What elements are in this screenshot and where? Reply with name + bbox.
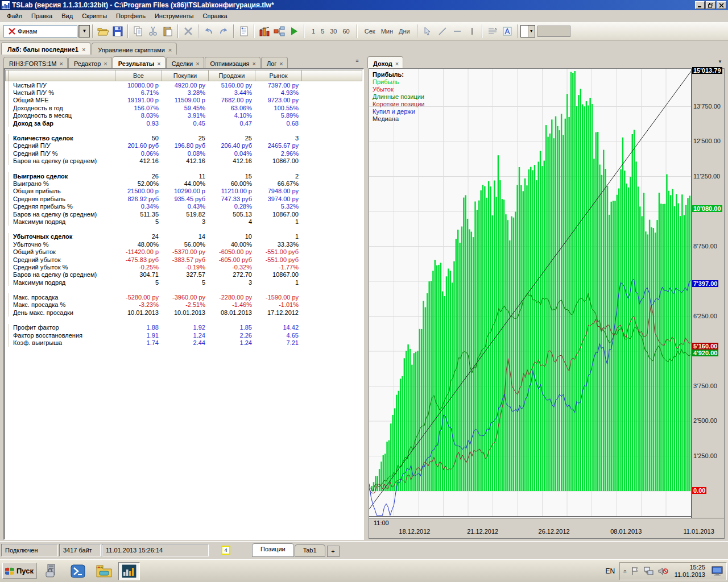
sub-tab-0[interactable]: RIH3:FORTS:1M× bbox=[3, 57, 68, 68]
menu-item-6[interactable]: Справка bbox=[198, 11, 232, 20]
style-dropdown[interactable]: ▼ bbox=[520, 25, 535, 38]
column-header-0[interactable]: Все bbox=[115, 70, 162, 81]
delete-button[interactable] bbox=[181, 24, 196, 39]
value-input[interactable] bbox=[537, 26, 570, 37]
horizontal-line-tool-button[interactable] bbox=[450, 24, 465, 39]
language-indicator[interactable]: EN bbox=[601, 567, 620, 575]
text-tool-button[interactable] bbox=[485, 24, 500, 39]
sub-tab-1[interactable]: Редактор× bbox=[68, 57, 112, 68]
broker-dropdown[interactable]: ▼ bbox=[78, 25, 90, 38]
column-header-3[interactable]: Рынок bbox=[255, 70, 302, 81]
income-chart[interactable]: 13'750.0012'500.0011'250.008'750.006'250… bbox=[369, 68, 725, 539]
timeframe-1[interactable]: 1 bbox=[309, 26, 317, 36]
menu-item-2[interactable]: Вид bbox=[57, 11, 77, 20]
menu-item-0[interactable]: Файл bbox=[2, 11, 27, 20]
column-header-1[interactable]: Покупки bbox=[162, 70, 209, 81]
script-properties-button[interactable] bbox=[237, 24, 251, 39]
bottom-tab-1[interactable]: Tab1 bbox=[295, 544, 325, 557]
sub-tab-2[interactable]: Результаты× bbox=[113, 56, 166, 68]
notification-badge[interactable]: 4 bbox=[221, 546, 230, 555]
menu-item-5[interactable]: Инструменты bbox=[150, 11, 198, 20]
powershell-icon[interactable] bbox=[67, 562, 89, 580]
close-icon[interactable]: × bbox=[104, 60, 107, 67]
timeframe-5[interactable]: 5 bbox=[318, 26, 326, 36]
row-value: 10290.00 р bbox=[162, 188, 209, 194]
menu-item-1[interactable]: Правка bbox=[27, 11, 57, 20]
sub-tab-4[interactable]: Оптимизация× bbox=[205, 57, 260, 68]
add-tab-button[interactable]: + bbox=[327, 546, 340, 557]
close-icon[interactable]: × bbox=[168, 47, 172, 53]
minimize-button[interactable] bbox=[695, 1, 705, 9]
tray-expand-icon[interactable]: » bbox=[622, 569, 628, 573]
tray-clock[interactable]: 15:25 11.01.2013 bbox=[672, 564, 708, 579]
flag-icon[interactable] bbox=[631, 567, 640, 576]
system-tools-icon[interactable] bbox=[41, 562, 63, 580]
close-icon[interactable]: × bbox=[395, 60, 399, 67]
main-tab-0[interactable]: Лаб: балы последние1× bbox=[1, 42, 90, 55]
close-icon[interactable]: × bbox=[82, 46, 85, 53]
show-desktop-icon[interactable] bbox=[712, 566, 723, 576]
redo-button[interactable] bbox=[216, 24, 231, 39]
paste-button[interactable] bbox=[160, 24, 175, 39]
data-flow-button[interactable] bbox=[272, 24, 287, 39]
tslab-taskbar-icon[interactable] bbox=[118, 562, 140, 580]
row-label: Средний П/У % bbox=[9, 150, 115, 157]
restore-button[interactable] bbox=[706, 1, 715, 9]
tab-income[interactable]: Доход × bbox=[367, 56, 403, 68]
folder-icon[interactable] bbox=[93, 562, 115, 580]
sub-tab-5[interactable]: Лог× bbox=[261, 57, 288, 68]
close-icon[interactable]: × bbox=[157, 60, 160, 67]
legend-item-4: Купил и держи bbox=[373, 108, 424, 115]
separator bbox=[177, 24, 179, 38]
close-icon[interactable]: × bbox=[253, 60, 256, 67]
row-value: 0.08% bbox=[162, 150, 209, 157]
volume-muted-icon[interactable] bbox=[658, 567, 668, 576]
close-button[interactable] bbox=[717, 1, 726, 9]
tray-date: 11.01.2013 bbox=[675, 571, 705, 579]
sub-tab-3[interactable]: Сделки× bbox=[166, 57, 204, 68]
unit-0[interactable]: Сек bbox=[362, 26, 378, 36]
open-button[interactable] bbox=[96, 24, 110, 39]
start-button[interactable]: Пуск bbox=[2, 563, 36, 579]
main-tab-1[interactable]: Управление скриптами× bbox=[92, 43, 177, 55]
timeframe-60[interactable]: 60 bbox=[341, 26, 352, 36]
cut-button[interactable] bbox=[146, 24, 160, 39]
timeframe-30[interactable]: 30 bbox=[328, 26, 339, 36]
row-value: 4.10% bbox=[209, 112, 255, 119]
table-spacer-row bbox=[5, 165, 362, 172]
copy-button[interactable] bbox=[131, 24, 146, 39]
menu-item-3[interactable]: Скрипты bbox=[77, 11, 111, 20]
run-button[interactable] bbox=[287, 24, 301, 39]
unit-1[interactable]: Мин bbox=[379, 26, 395, 36]
row-label: Средняя прибыль % bbox=[9, 203, 115, 210]
row-value: 52.00% bbox=[115, 180, 162, 187]
row-value: 5 bbox=[115, 218, 162, 225]
row-label: Коэф. выигрыша bbox=[9, 339, 115, 346]
row-label: Фактор восстановления bbox=[9, 332, 115, 339]
close-icon[interactable]: × bbox=[196, 60, 199, 67]
trend-line-tool-button[interactable] bbox=[435, 24, 450, 39]
network-icon[interactable] bbox=[644, 567, 654, 576]
close-icon[interactable]: × bbox=[279, 60, 283, 67]
row-value: 25 bbox=[209, 135, 255, 142]
table-row: Максимум подряд5341 bbox=[5, 218, 362, 225]
undo-button[interactable] bbox=[201, 24, 216, 39]
unit-2[interactable]: Дни bbox=[396, 26, 412, 36]
label-tool-button[interactable] bbox=[500, 24, 515, 39]
row-value: 0.45 bbox=[162, 120, 209, 127]
broker-combo[interactable]: Финам bbox=[3, 25, 77, 38]
table-row: Чистый П/У %6.71%3.28%3.44%4.93% bbox=[5, 89, 362, 96]
menu-item-4[interactable]: Портфель bbox=[111, 11, 150, 20]
close-icon[interactable]: × bbox=[60, 60, 63, 67]
tab-overflow-icon[interactable]: ≡ bbox=[353, 58, 362, 66]
vertical-line-tool-button[interactable] bbox=[465, 24, 479, 39]
y-axis-tick: 6'250.00 bbox=[693, 313, 724, 319]
charts-button[interactable] bbox=[257, 24, 272, 39]
y-axis: 13'750.0012'500.0011'250.008'750.006'250… bbox=[691, 69, 724, 518]
bottom-tab-0[interactable]: Позиции bbox=[252, 543, 294, 557]
save-button[interactable] bbox=[110, 24, 125, 39]
column-header-2[interactable]: Продажи bbox=[209, 70, 255, 81]
y-axis-marker: 10'080.00 bbox=[692, 205, 722, 212]
pointer-tool-button[interactable] bbox=[420, 24, 435, 39]
chart-panel-dropdown-icon[interactable]: ▼ bbox=[718, 59, 722, 64]
